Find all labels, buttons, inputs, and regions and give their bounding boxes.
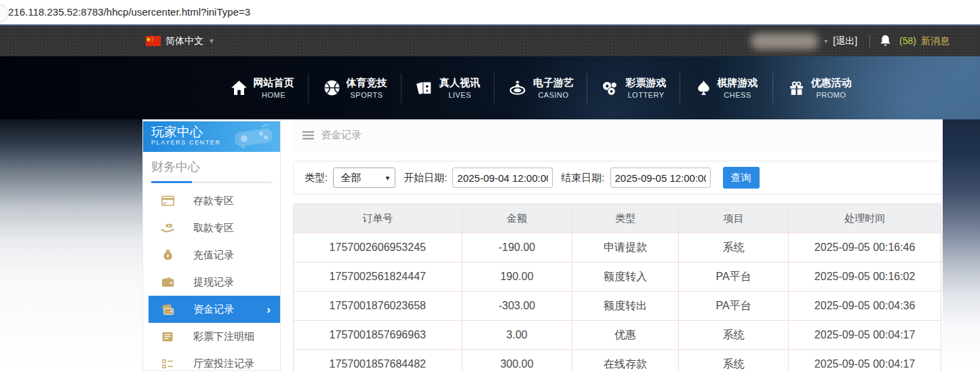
nav-item-sports[interactable]: 体育竞技SPORTS [309, 71, 401, 106]
sidebar: 玩家中心 PLAYERS CENTER 财务中心 存款专区 取款专区 [142, 121, 281, 371]
logout-link[interactable]: [退出] [833, 35, 857, 47]
sidebar-item-withdrawal-records[interactable]: 提现记录 [149, 269, 280, 296]
table-row: 1757002561824447190.00额度转入PA平台2025-09-05… [294, 262, 941, 292]
chevron-right-icon: › [267, 304, 271, 315]
nav-item-casino[interactable]: 电子游艺CASINO [494, 71, 587, 106]
sidebar-item-label: 充值记录 [193, 249, 234, 262]
col-header-amount: 金额 [462, 204, 572, 233]
nav-item-promo[interactable]: 优惠活动PROMO [773, 71, 866, 106]
search-button[interactable]: 查询 [723, 167, 760, 189]
sidebar-menu: 存款专区 取款专区 充值记录 提现记录 [143, 187, 280, 371]
sidebar-item-deposit-zone[interactable]: 存款专区 [149, 187, 280, 214]
nav-item-home[interactable]: 网站首页HOME [216, 71, 309, 106]
background-fade-right [943, 119, 980, 371]
table-cell: 3.00 [462, 321, 572, 350]
nav-label-en: PROMO [816, 91, 846, 99]
nav-label-en: CHESS [724, 91, 751, 99]
gift-icon [788, 79, 805, 96]
table-cell: 2025-09-05 00:04:36 [789, 292, 941, 321]
sidebar-item-label: 彩票下注明细 [193, 330, 254, 343]
col-header-project: 项目 [679, 204, 789, 233]
table-header-row: 订单号 金额 类型 项目 处理时间 [294, 204, 941, 233]
start-date-label: 开始日期: [404, 172, 447, 184]
nav-label-en: CASINO [538, 91, 568, 99]
browser-address-bar[interactable]: 216.118.235.52:8783/hhcp/usercenter.html… [0, 0, 980, 26]
language-selector[interactable]: 简体中文 ▼ [146, 35, 215, 47]
nav-item-chess[interactable]: 棋牌游戏CHESS [680, 71, 773, 106]
document-icon [161, 330, 174, 343]
table-cell: 额度转出 [572, 292, 678, 321]
top-strip: 简体中文 ▼ ▾ [退出] (58) 新消息 [0, 26, 980, 56]
language-label: 简体中文 [165, 35, 203, 47]
nav-item-lottery[interactable]: 彩票游戏LOTTERY [587, 71, 680, 106]
table-row: 1757001876023658-303.00额度转出PA平台2025-09-0… [294, 292, 941, 321]
nav-label-zh: 棋牌游戏 [718, 77, 758, 90]
funds-records-table: 订单号 金额 类型 项目 处理时间 1757002606953245-190.0… [293, 203, 941, 371]
page-url: 216.118.235.52:8783/hhcp/usercenter.html… [8, 6, 250, 18]
table-row: 1757001857684482300.00在线存款系统2025-09-05 0… [294, 350, 941, 371]
table-cell: 优惠 [572, 321, 678, 350]
home-icon [231, 80, 248, 96]
spade-icon [696, 79, 711, 96]
table-cell: 2025-09-05 00:16:02 [789, 262, 941, 292]
nav-item-lives[interactable]: 真人视讯LIVES [401, 71, 494, 106]
bell-icon[interactable] [880, 35, 891, 47]
message-count: (58) [899, 35, 916, 47]
table-cell: 1757001857684482 [294, 350, 462, 371]
type-select-value: 全部 [340, 172, 361, 184]
basketball-icon [324, 79, 340, 96]
nav-label-zh: 网站首页 [254, 77, 294, 90]
sidebar-item-funds-records[interactable]: 资金记录 › [149, 296, 280, 323]
table-cell: 系统 [679, 233, 789, 262]
sidebar-item-label: 厅室投注记录 [193, 357, 254, 370]
china-flag-icon [146, 36, 161, 46]
menu-bars-icon[interactable] [302, 131, 314, 140]
nav-label-en: HOME [262, 91, 286, 99]
purse-icon [161, 302, 174, 316]
table-cell: 2025-09-05 00:04:17 [789, 350, 941, 371]
nav-label-en: LOTTERY [627, 91, 664, 99]
table-row: 1757002606953245-190.00申请提款系统2025-09-05 … [294, 233, 941, 262]
type-select[interactable]: 全部 ▾ [333, 168, 395, 188]
nav-label-zh: 体育竞技 [347, 77, 387, 90]
topbar-divider [869, 35, 870, 47]
wallet-icon [161, 275, 174, 289]
new-messages-link[interactable]: (58) 新消息 [899, 35, 949, 47]
caret-down-icon: ▼ [208, 37, 215, 45]
finance-center-label: 财务中心 [151, 159, 272, 175]
table-cell: 申请提款 [572, 233, 678, 262]
sidebar-item-room-bet-records[interactable]: 厅室投注记录 [149, 350, 280, 371]
end-date-input[interactable] [610, 168, 711, 188]
sidebar-item-label: 提现记录 [193, 276, 234, 289]
sidebar-item-label: 取款专区 [193, 222, 234, 235]
nav-label-en: SPORTS [350, 91, 383, 99]
cards-icon [416, 79, 433, 97]
end-date-label: 结束日期: [561, 172, 604, 184]
sidebar-item-lottery-bets[interactable]: 彩票下注明细 [149, 323, 280, 350]
list-icon [161, 357, 174, 370]
start-date-input[interactable] [452, 168, 553, 188]
sidebar-item-recharge-records[interactable]: 充值记录 [149, 241, 280, 269]
finance-center-section: 财务中心 [143, 152, 280, 183]
nav-label-zh: 真人视讯 [439, 77, 480, 90]
table-cell: 额度转入 [572, 262, 678, 292]
gamepad-icon [232, 122, 275, 152]
table-cell: 在线存款 [572, 350, 678, 371]
table-cell: -190.00 [462, 233, 572, 262]
message-label: 新消息 [921, 35, 949, 47]
user-name-blurred[interactable] [751, 33, 819, 50]
type-label: 类型: [305, 172, 328, 184]
table-body: 1757002606953245-190.00申请提款系统2025-09-05 … [294, 233, 941, 371]
caret-down-icon: ▾ [386, 174, 390, 182]
col-header-type: 类型 [572, 204, 678, 233]
sidebar-item-label: 资金记录 [193, 303, 234, 316]
nav-label-zh: 电子游艺 [533, 77, 574, 90]
table-row: 17570018576969633.00优惠系统2025-09-05 00:04… [294, 321, 941, 350]
table-cell: PA平台 [679, 262, 789, 292]
sidebar-item-withdraw-zone[interactable]: 取款专区 [149, 214, 280, 241]
user-caret-down-icon[interactable]: ▾ [824, 37, 827, 45]
background-fade-left [0, 119, 142, 371]
section-underline [151, 182, 272, 183]
col-header-order-no: 订单号 [294, 204, 462, 233]
table-cell: 1757001857696963 [294, 321, 462, 350]
